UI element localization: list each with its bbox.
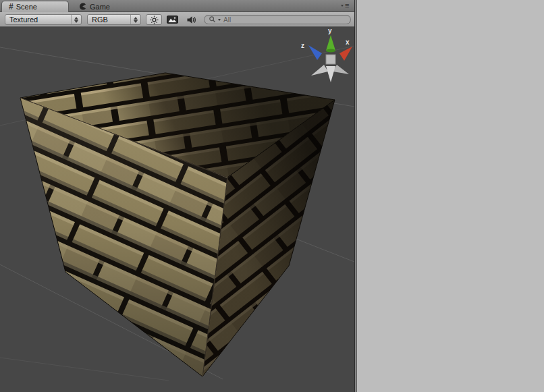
tab-game-label: Game [90, 3, 110, 11]
game-icon [78, 2, 87, 11]
scene-panel-menu-button[interactable]: ≡ [341, 3, 349, 9]
color-channel-value: RGB [88, 16, 130, 24]
scene-viewport[interactable]: y x z [0, 27, 354, 392]
scene-toolbar: Textured RGB [0, 12, 354, 27]
search-icon [209, 16, 217, 24]
gizmo-y-label: y [328, 27, 332, 34]
scene-grid-icon: # [9, 3, 13, 10]
scene-search-field[interactable] [204, 15, 351, 24]
render-mode-dropdown[interactable]: Textured [5, 14, 82, 25]
sun-icon [150, 16, 159, 24]
unity-editor-window: # Scene Game ≡ Textured RGB [0, 0, 544, 392]
scene-3d-view: y x z [0, 27, 354, 392]
hamburger-menu-icon: ≡ [345, 3, 349, 9]
tab-scene[interactable]: # Scene [1, 1, 69, 12]
render-mode-value: Textured [5, 16, 71, 24]
gizmo-z-label: z [301, 42, 304, 49]
stepper-arrows-icon [130, 15, 140, 24]
gizmo-x-label: x [346, 38, 350, 46]
color-channel-dropdown[interactable]: RGB [87, 14, 141, 25]
search-filter-arrow-icon [218, 19, 221, 21]
inspector-panel: i Inspector ≡ [357, 0, 544, 392]
scene-lighting-toggle-button[interactable] [146, 14, 162, 25]
scene-audio-toggle-button[interactable] [183, 14, 199, 25]
stepper-arrows-icon [71, 15, 81, 24]
dropdown-arrow-icon [341, 5, 344, 7]
search-input[interactable] [222, 16, 346, 24]
scene-tabbar: # Scene Game ≡ [0, 0, 354, 12]
speaker-icon [186, 16, 196, 24]
gizmo-center-cube[interactable] [326, 55, 335, 64]
tab-game[interactable]: Game [72, 1, 117, 12]
image-icon [167, 16, 178, 24]
scene-overlay-toggle-button[interactable] [164, 14, 180, 25]
tab-scene-label: Scene [16, 3, 37, 11]
